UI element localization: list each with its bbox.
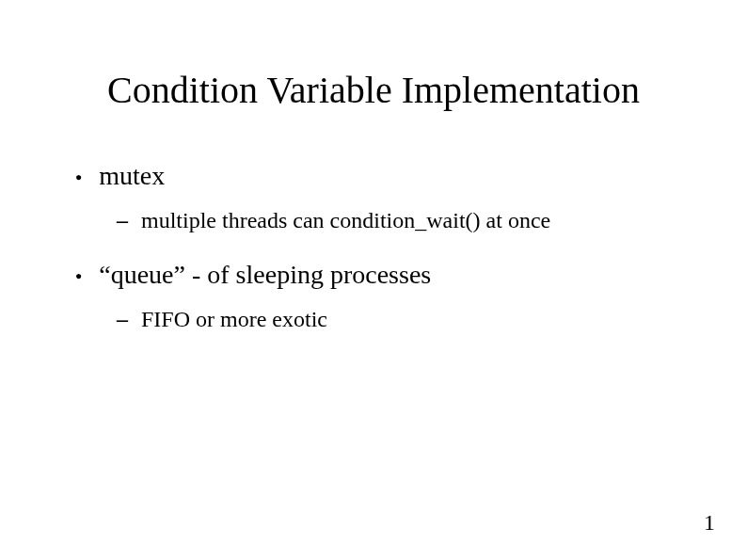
sub-list-item: – multiple threads can condition_wait() … [117,205,691,237]
sub-bullet-text: multiple threads can condition_wait() at… [141,205,550,237]
slide-content: ● mutex – multiple threads can condition… [56,157,691,336]
bullet-text: mutex [99,157,165,194]
sub-bullet-text: FIFO or more exotic [141,304,327,336]
bullet-icon: ● [75,270,82,281]
list-item: ● mutex [75,157,691,194]
slide-title: Condition Variable Implementation [56,68,691,112]
dash-icon: – [117,209,128,232]
page-number: 1 [704,510,715,536]
bullet-icon: ● [75,171,82,183]
dash-icon: – [117,308,128,330]
sub-list-item: – FIFO or more exotic [117,304,691,336]
list-item: ● “queue” - of sleeping processes [75,256,691,293]
bullet-text: “queue” - of sleeping processes [99,256,431,293]
